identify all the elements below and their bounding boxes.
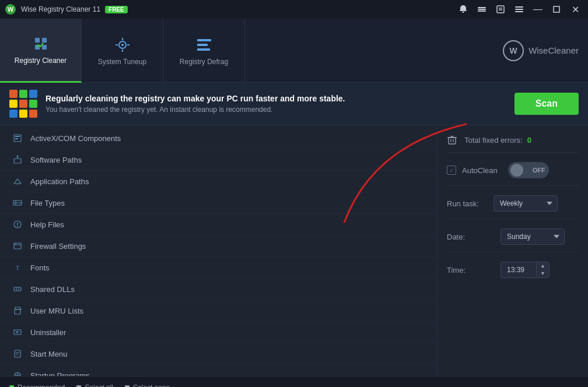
time-wrapper: 13:39 ▲ ▼ (501, 262, 550, 278)
svg-rect-37 (15, 309, 20, 314)
tab-registry-cleaner[interactable]: Registry Cleaner (0, 19, 82, 83)
category-label: Shared DLLs (30, 285, 75, 294)
svg-rect-4 (478, 10, 486, 12)
time-spin-buttons: ▲ ▼ (536, 262, 549, 277)
status-label-select-none: Select none (133, 384, 170, 388)
category-icon (12, 284, 23, 294)
category-label: File Types (30, 199, 65, 207)
category-icon (12, 328, 23, 337)
main-content: ActiveX/COM Components Software Paths Ap… (0, 125, 588, 376)
free-badge: FREE (105, 6, 128, 13)
tab-registry-defrag-label: Registry Defrag (180, 58, 228, 66)
category-icon (12, 177, 23, 186)
category-item[interactable]: Start Menu (0, 343, 437, 365)
category-icon (12, 198, 23, 207)
toggle-knob (510, 164, 523, 177)
status-select-none[interactable]: Select none (125, 384, 170, 388)
total-fixed-label: Total fixed errors: (464, 136, 523, 145)
banner-square-5 (19, 100, 27, 108)
svg-rect-5 (497, 6, 504, 13)
autocln-toggle[interactable]: OFF (508, 162, 549, 178)
banner-square-6 (29, 100, 37, 108)
categories-panel: ActiveX/COM Components Software Paths Ap… (0, 125, 438, 376)
svg-rect-20 (14, 159, 21, 163)
status-dot-recommended (9, 385, 14, 388)
category-icon (12, 349, 23, 358)
brand-name: WiseCleaner (528, 45, 579, 55)
svg-rect-10 (515, 11, 523, 12)
category-item[interactable]: Software Paths (0, 149, 437, 171)
status-recommended[interactable]: Recommended (9, 384, 65, 388)
bookmark-icon (496, 5, 505, 14)
settings-icon-btn[interactable] (474, 2, 490, 16)
notification-icon (459, 5, 468, 14)
category-icon (12, 306, 23, 315)
run-task-select[interactable]: Weekly Daily Monthly (494, 195, 558, 212)
maximize-button[interactable] (548, 2, 565, 16)
nav-bar: Registry Cleaner System Tuneup Registry … (0, 19, 588, 83)
svg-rect-19 (15, 138, 18, 139)
time-decrement-btn[interactable]: ▼ (537, 270, 549, 277)
settings-icon (477, 5, 487, 14)
run-task-inner: Run task: Weekly Daily Monthly (447, 195, 579, 212)
date-select[interactable]: Sunday Monday Tuesday Wednesday Thursday… (501, 228, 565, 245)
status-label-recommended: Recommended (18, 384, 65, 388)
maximize-icon (553, 6, 560, 13)
category-item[interactable]: Help Files (0, 214, 437, 235)
category-item[interactable]: Uninstaller (0, 322, 437, 343)
svg-point-29 (17, 226, 18, 227)
status-label-select-all: Select all (85, 384, 113, 388)
banner-square-1 (9, 90, 18, 98)
autocln-state: OFF (533, 167, 545, 174)
banner-square-4 (9, 100, 18, 108)
svg-rect-14 (197, 39, 211, 41)
scan-button[interactable]: Scan (514, 93, 579, 115)
svg-rect-2 (478, 7, 486, 8)
category-item[interactable]: Application Paths (0, 171, 437, 192)
time-increment-btn[interactable]: ▲ (537, 262, 549, 270)
notification-icon-btn[interactable] (455, 2, 471, 16)
category-icon (12, 241, 23, 251)
bookmark-icon-btn[interactable] (492, 2, 509, 16)
tab-registry-defrag[interactable]: Registry Defrag (163, 19, 245, 83)
tab-system-tuneup[interactable]: System Tuneup (82, 19, 163, 83)
category-item[interactable]: Startup Programs (0, 365, 437, 376)
banner-square-3 (29, 90, 37, 98)
category-label: User MRU Lists (30, 307, 83, 315)
category-item[interactable]: Shared DLLs (0, 279, 437, 300)
minimize-button[interactable]: — (530, 2, 546, 16)
trash-icon (447, 135, 457, 145)
category-label: Firewall Settings (30, 242, 86, 251)
category-item[interactable]: ActiveX/COM Components (0, 128, 437, 149)
time-row: Time: 13:39 ▲ ▼ (447, 262, 579, 285)
svg-rect-11 (554, 6, 559, 12)
run-task-label: Run task: (447, 199, 494, 208)
banner-square-9 (29, 110, 37, 118)
svg-text:T: T (16, 265, 19, 271)
category-item[interactable]: User MRU Lists (0, 300, 437, 322)
registry-defrag-icon (195, 36, 214, 54)
svg-rect-16 (197, 48, 210, 51)
category-label: Uninstaller (30, 328, 66, 337)
close-button[interactable]: ✕ (567, 2, 583, 16)
banner-main-text: Regularly cleaning the registry can make… (46, 94, 506, 103)
category-label: Application Paths (30, 177, 89, 186)
tab-system-tuneup-label: System Tuneup (98, 58, 146, 66)
category-icon: T (12, 263, 23, 272)
status-select-all[interactable]: Select all (76, 384, 113, 388)
total-fixed-value: 0 (527, 136, 531, 145)
category-item[interactable]: Firewall Settings (0, 235, 437, 257)
svg-rect-3 (478, 9, 486, 10)
category-icon (12, 133, 23, 143)
svg-point-13 (121, 44, 124, 46)
svg-rect-18 (15, 136, 20, 137)
title-controls: — ✕ (455, 2, 583, 16)
category-item[interactable]: T Fonts (0, 257, 437, 279)
brand-area: W WiseCleaner (503, 40, 579, 61)
status-dot-select-none (125, 385, 130, 388)
category-label: ActiveX/COM Components (30, 134, 121, 143)
svg-rect-38 (14, 330, 21, 335)
menu-icon (514, 5, 524, 14)
category-item[interactable]: File Types (0, 192, 437, 214)
menu-icon-btn[interactable] (511, 2, 527, 16)
